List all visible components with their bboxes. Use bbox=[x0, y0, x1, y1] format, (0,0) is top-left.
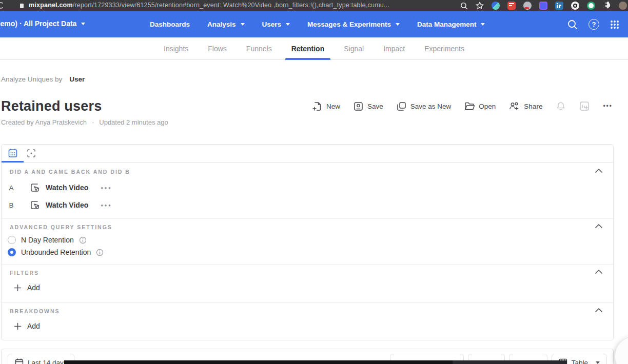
bookmark-star-icon[interactable] bbox=[476, 2, 484, 10]
updated-ago: Updated 2 minutes ago bbox=[99, 118, 168, 126]
extension-icon-2[interactable] bbox=[507, 2, 516, 10]
plus-icon bbox=[14, 284, 22, 292]
breakdowns-title: BREAKDOWNS bbox=[10, 308, 60, 314]
save-button[interactable]: Save bbox=[354, 102, 383, 111]
nav-item-messages-experiments[interactable]: Messages & Experiments bbox=[307, 21, 400, 28]
reload-icon[interactable] bbox=[0, 2, 4, 9]
extension-icon-3[interactable] bbox=[523, 2, 532, 10]
chevron-down-icon bbox=[481, 23, 485, 26]
chat-launcher-button[interactable] bbox=[615, 336, 628, 364]
collapse-section-icon[interactable] bbox=[595, 269, 603, 274]
extension-icon-1[interactable] bbox=[492, 2, 500, 10]
extension-icon-6[interactable] bbox=[587, 2, 595, 10]
analyze-label: Analyze Uniques by bbox=[1, 75, 62, 83]
n-day-retention-option[interactable]: N Day Retention bbox=[8, 236, 87, 244]
meta-separator: · bbox=[92, 118, 94, 126]
step-label: B bbox=[8, 201, 15, 209]
event-selector[interactable]: Watch Video bbox=[29, 199, 88, 211]
tab-impact[interactable]: Impact bbox=[377, 37, 411, 60]
nav-item-analysis[interactable]: Analysis bbox=[207, 21, 245, 28]
section-divider bbox=[2, 218, 613, 219]
chevron-down-icon bbox=[286, 23, 290, 26]
created-by: Created by Anya Pratskevich bbox=[1, 118, 87, 126]
mixpanel-retention-page: mixpanel.com/report/1729333/view/61255/r… bbox=[0, 0, 628, 364]
nav-item-users[interactable]: Users bbox=[262, 21, 290, 28]
nav-item-dashboards[interactable]: Dashboards bbox=[150, 21, 190, 28]
chevron-down-icon bbox=[396, 23, 400, 26]
radio-selected-icon bbox=[8, 248, 16, 256]
page-title: Retained users bbox=[1, 98, 102, 114]
builder-view-tabs bbox=[2, 145, 613, 163]
step-row-a: A Watch Video ●●● bbox=[8, 180, 112, 195]
more-options-icon[interactable]: ••• bbox=[603, 103, 613, 110]
report-meta: Created by Anya Pratskevich · Updated 2 … bbox=[1, 118, 168, 126]
save-as-new-button[interactable]: Save as New bbox=[397, 102, 452, 111]
help-icon[interactable]: ? bbox=[588, 19, 599, 30]
advanced-settings-title: ADVANCED QUERY SETTINGS bbox=[10, 224, 112, 230]
folder-open-icon bbox=[464, 102, 475, 111]
search-icon[interactable] bbox=[460, 2, 468, 10]
add-filter-button[interactable]: Add bbox=[14, 284, 40, 292]
copy-icon bbox=[397, 102, 406, 111]
event-selector[interactable]: Watch Video bbox=[29, 182, 88, 193]
share-button[interactable]: Share bbox=[509, 102, 542, 111]
radio-unselected-icon bbox=[8, 236, 16, 244]
linkedin-icon[interactable] bbox=[555, 2, 563, 10]
tab-funnels[interactable]: Funnels bbox=[240, 37, 278, 60]
event-icon bbox=[29, 182, 41, 193]
apps-grid-icon[interactable] bbox=[610, 19, 620, 30]
plus-icon bbox=[14, 322, 22, 330]
address-bar[interactable]: mixpanel.com/report/1729333/view/61255/r… bbox=[29, 2, 389, 9]
tab-experiments[interactable]: Experiments bbox=[418, 37, 470, 60]
step-row-b: B Watch Video ●●● bbox=[8, 198, 112, 212]
tab-insights[interactable]: Insights bbox=[158, 37, 194, 60]
collapse-section-icon[interactable] bbox=[595, 168, 603, 173]
nav-item-data-management[interactable]: Data Management bbox=[417, 21, 485, 28]
section-divider bbox=[2, 264, 613, 265]
new-button[interactable]: New bbox=[312, 102, 340, 111]
unbounded-retention-option[interactable]: Unbounded Retention bbox=[8, 248, 104, 256]
alerts-bell-icon[interactable] bbox=[556, 101, 566, 111]
nav-items: Dashboards Analysis Users Messages & Exp… bbox=[150, 11, 485, 37]
bottom-overlay-bar bbox=[64, 360, 453, 364]
did-section-title: DID A AND CAME BACK AND DID B bbox=[10, 169, 130, 175]
info-icon[interactable] bbox=[96, 249, 104, 256]
section-divider bbox=[2, 302, 613, 303]
analyze-uniques-row: Analyze Uniques by User bbox=[1, 75, 85, 83]
filters-title: FILTERS bbox=[10, 270, 39, 276]
chevron-down-icon bbox=[596, 361, 600, 364]
chevron-down-icon bbox=[241, 23, 245, 26]
url-domain: mixpanel.com bbox=[29, 2, 73, 9]
extension-icon-4[interactable] bbox=[539, 2, 547, 10]
app-nav-bar: demo) · All Project Data Dashboards Anal… bbox=[0, 11, 628, 37]
site-info-icon[interactable] bbox=[20, 4, 24, 8]
browser-chrome-bar: mixpanel.com/report/1729333/view/61255/r… bbox=[0, 0, 628, 11]
tab-flows[interactable]: Flows bbox=[202, 37, 233, 60]
tab-retention[interactable]: Retention bbox=[285, 37, 331, 60]
puzzle-extensions-icon[interactable] bbox=[603, 2, 611, 10]
focus-view-tab-icon[interactable] bbox=[26, 148, 36, 158]
query-builder-tab-icon[interactable] bbox=[8, 148, 18, 158]
event-name: Watch Video bbox=[46, 201, 88, 209]
info-icon[interactable] bbox=[79, 236, 87, 244]
add-to-board-icon[interactable] bbox=[579, 101, 590, 111]
analyze-entity-selector[interactable]: User bbox=[69, 75, 85, 83]
open-button[interactable]: Open bbox=[464, 102, 496, 111]
step-label: A bbox=[8, 184, 15, 192]
url-path: /report/1729333/view/61255/retention#bor… bbox=[73, 2, 389, 9]
active-tab-underline bbox=[2, 161, 24, 163]
bottom-overlay-bar-secondary bbox=[453, 360, 567, 364]
event-options-icon[interactable]: ●●● bbox=[101, 203, 112, 208]
report-actions-toolbar: New Save Save as New Open Share ••• bbox=[312, 99, 613, 113]
profile-avatar[interactable] bbox=[619, 2, 627, 10]
browser-toolbar-icons bbox=[460, 1, 627, 10]
collapse-section-icon[interactable] bbox=[595, 224, 603, 229]
event-options-icon[interactable]: ●●● bbox=[101, 186, 112, 190]
report-tab-bar: Insights Flows Funnels Retention Signal … bbox=[0, 37, 628, 60]
collapse-section-icon[interactable] bbox=[595, 308, 603, 313]
add-breakdown-button[interactable]: Add bbox=[14, 322, 40, 330]
extension-icon-5[interactable] bbox=[571, 2, 579, 10]
search-icon[interactable] bbox=[567, 19, 578, 30]
tab-signal[interactable]: Signal bbox=[338, 37, 370, 60]
project-switcher[interactable]: demo) · All Project Data bbox=[0, 19, 85, 28]
